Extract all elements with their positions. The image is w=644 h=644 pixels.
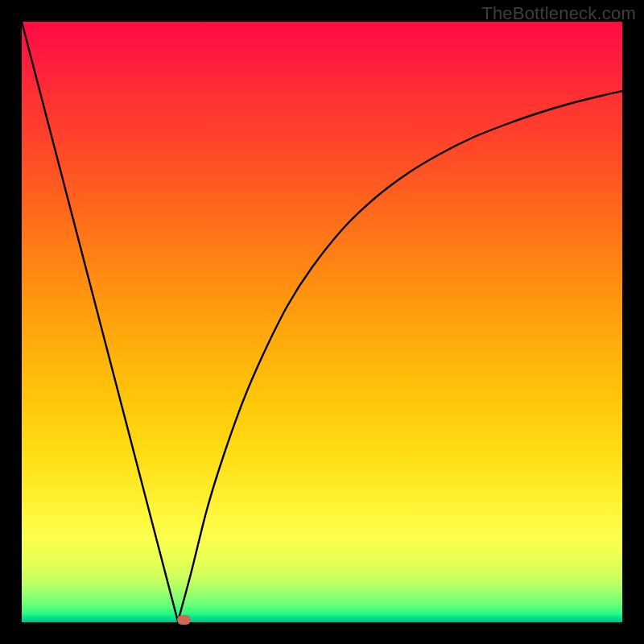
bottleneck-curve (22, 22, 622, 622)
plot-area (22, 22, 622, 622)
minimum-marker-icon (177, 615, 191, 625)
